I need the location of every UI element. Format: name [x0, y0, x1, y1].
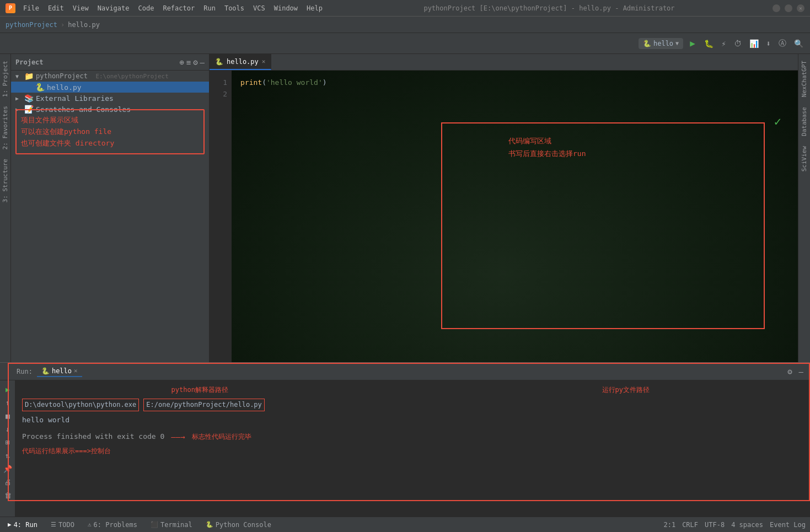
right-panel-sciview[interactable]: SciView [800, 142, 809, 176]
main-toolbar: 🐍 hello ▼ ▶ 🐛 ⚡ ⏱ 📊 ⬇ Ⓐ 🔍 [0, 33, 810, 54]
app-logo: P [6, 3, 15, 13]
menu-tools[interactable]: Tools [221, 3, 248, 13]
python-console-tab-label: Python Console [216, 521, 271, 529]
editor-content[interactable]: 1 2 print('hello world') 代码编写区域 书写后直接右击选… [210, 71, 798, 362]
status-tab-terminal[interactable]: ⬛ Terminal [147, 520, 196, 530]
todo-tab-label: TODO [58, 521, 74, 529]
run-tab-close[interactable]: ✕ [74, 367, 78, 374]
rerun-button[interactable]: ⊞ [2, 437, 13, 448]
terminal-icon: ⬛ [151, 521, 158, 528]
pin-button[interactable]: 📌 [2, 463, 13, 474]
update-icon[interactable]: ⬇ [764, 38, 773, 49]
run-button[interactable]: ▶ [686, 37, 699, 50]
hide-icon[interactable]: — [200, 58, 205, 67]
line-numbers: 1 2 [210, 71, 232, 362]
tab-favorites[interactable]: 2: Favorites [1, 101, 10, 154]
breadcrumb-file[interactable]: hello.py [68, 21, 100, 29]
breadcrumb-project[interactable]: pythonProject [6, 21, 57, 29]
play-button[interactable]: ▶ [2, 384, 13, 395]
menu-refactor[interactable]: Refactor [159, 3, 198, 13]
tree-item-root[interactable]: ▼ 📁 pythonProject E:\one\pythonProject [11, 71, 209, 82]
console-cmd-line: D:\devtool\python\python.exe E:/one/pyth… [22, 399, 803, 411]
console-output: python解释器路径 运行py文件路径 D:\devtool\python\p… [15, 380, 810, 517]
collapse-icon[interactable]: ≡ [186, 58, 191, 67]
line-num-1: 1 [210, 77, 227, 89]
profile-icon[interactable]: ⏱ [732, 38, 744, 49]
code-area: 1 2 print('hello world') [210, 71, 798, 362]
scroll-up-btn[interactable]: ↑ [2, 397, 13, 408]
run-tab-hello[interactable]: 🐍 hello ✕ [37, 366, 82, 377]
left-vertical-tabs: 1: Project 2: Favorites 3: Structure [0, 54, 11, 362]
run-icon: ▶ [8, 521, 12, 528]
menu-help[interactable]: Help [303, 3, 326, 13]
output-annotation-text: 代码运行结果展示===>控制台 [22, 447, 111, 455]
py-file-box: E:/one/pythonProject/hello.py [143, 399, 265, 411]
file-tree: ▼ 📁 pythonProject E:\one\pythonProject 🐍… [11, 71, 209, 362]
run-config-selector[interactable]: 🐍 hello ▼ [639, 38, 683, 49]
menu-edit[interactable]: Edit [45, 3, 67, 13]
menu-run[interactable]: Run [200, 3, 219, 13]
line-endings: CRLF [682, 521, 698, 529]
tree-item-ext-libs[interactable]: ▶ 📚 External Libraries [11, 93, 209, 104]
settings-icon[interactable]: ⚙ [193, 58, 197, 67]
close-button[interactable]: ✕ [797, 4, 804, 12]
tree-item-scratches[interactable]: ▶ 📝 Scratches and Consoles [11, 104, 209, 115]
debug-icon[interactable]: 🐛 [702, 38, 716, 49]
sort-button[interactable]: ⇅ [2, 450, 13, 461]
stop-button[interactable]: ■ [2, 410, 13, 421]
bottom-header: Run: 🐍 hello ✕ ⚙ — [0, 363, 810, 380]
status-tab-run[interactable]: ▶ 4: Run [4, 520, 41, 530]
settings-icon[interactable]: ⚙ [785, 366, 794, 377]
code-line-2 [240, 89, 789, 100]
code-paren-close: ) [323, 78, 327, 87]
console-hello-world: hello world [22, 415, 803, 426]
breadcrumb-separator: › [61, 21, 65, 29]
menu-view[interactable]: View [69, 3, 92, 13]
search-icon[interactable]: 🔍 [792, 38, 806, 49]
run-tab-label: 4: Run [14, 521, 37, 529]
minimize-button[interactable]: — [773, 4, 780, 12]
menu-code[interactable]: Code [135, 3, 158, 13]
clear-button[interactable]: 🗑 [2, 490, 13, 501]
indent-style: 4 spaces [731, 521, 763, 529]
right-panel-nexchatgpt[interactable]: NexChatGPT [800, 56, 809, 101]
coverage-icon[interactable]: ⚡ [719, 38, 728, 49]
print-button[interactable]: 🖨 [2, 476, 13, 487]
event-log-link[interactable]: Event Log [770, 521, 806, 529]
bottom-toolbar: ▶ ↑ ■ ↓ ⊞ ⇅ 📌 🖨 🗑 [0, 380, 15, 517]
code-body[interactable]: print('hello world') [232, 71, 798, 362]
status-tab-todo[interactable]: ☰ TODO [47, 520, 78, 530]
run-path-label: 运行py文件路径 [448, 385, 804, 395]
menu-navigate[interactable]: Navigate [94, 3, 133, 13]
sidebar: Project ⊕ ≡ ⚙ — ▼ 📁 pythonProject E:\one… [11, 54, 210, 362]
line-num-2: 2 [210, 89, 227, 100]
scroll-down-btn[interactable]: ↓ [2, 423, 13, 434]
problems-tab-label: 6: Problems [94, 521, 137, 529]
menu-window[interactable]: Window [271, 3, 301, 13]
minimize-panel-icon[interactable]: — [797, 366, 806, 377]
add-file-icon[interactable]: ⊕ [179, 58, 184, 67]
right-panel-database[interactable]: Database [800, 103, 809, 141]
breadcrumb-bar: pythonProject › hello.py [0, 17, 810, 33]
menu-file[interactable]: File [20, 3, 42, 13]
arrow-icon: ——→ [171, 431, 185, 443]
run-label: Run: [17, 368, 33, 375]
keyword-print: print [240, 78, 262, 87]
maximize-button[interactable]: □ [785, 4, 792, 12]
title-bar-left: P File Edit View Navigate Code Refactor … [6, 3, 326, 13]
result-row: Process finished with exit code 0 ——→ 标志… [22, 431, 803, 443]
file-charset: UTF-8 [705, 521, 725, 529]
tree-label-hello-py: hello.py [47, 83, 82, 92]
translate-icon[interactable]: Ⓐ [776, 37, 788, 50]
python-file-icon: 🐍 [35, 83, 45, 92]
tree-item-hello-py[interactable]: 🐍 hello.py [11, 82, 209, 93]
editor-tab-hello-py[interactable]: 🐍 hello.py ✕ [210, 54, 271, 70]
status-tab-python-console[interactable]: 🐍 Python Console [202, 520, 275, 530]
concurrency-icon[interactable]: 📊 [747, 38, 761, 49]
tab-project[interactable]: 1: Project [1, 56, 10, 101]
menu-vcs[interactable]: VCS [250, 3, 269, 13]
tab-close-button[interactable]: ✕ [262, 58, 266, 65]
status-tab-problems[interactable]: ⚠ 6: Problems [84, 520, 141, 530]
problems-icon: ⚠ [88, 521, 92, 528]
tab-structure[interactable]: 3: Structure [1, 154, 10, 207]
